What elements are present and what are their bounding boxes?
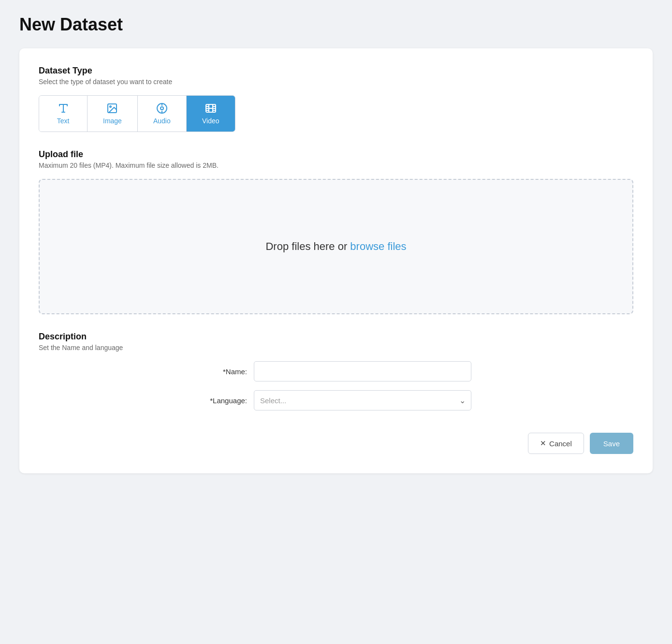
browse-files-link[interactable]: browse files [350,240,406,252]
type-selector: Text Image Audio [39,95,235,132]
type-btn-audio-label: Audio [153,117,171,125]
name-label: *Name: [201,367,254,376]
type-btn-video-label: Video [202,117,219,125]
upload-title: Upload file [39,149,633,160]
save-button[interactable]: Save [590,433,633,454]
cancel-x-icon: ✕ [540,439,546,448]
language-row: *Language: Select... ⌄ [201,390,471,410]
type-btn-image-label: Image [103,117,122,125]
name-input[interactable] [254,361,471,381]
svg-point-3 [110,106,111,107]
type-btn-text-label: Text [57,117,70,125]
upload-subtitle: Maximum 20 files (MP4). Maximum file siz… [39,161,633,169]
language-select-wrapper: Select... ⌄ [254,390,471,410]
footer-actions: ✕ Cancel Save [39,428,633,454]
type-btn-image[interactable]: Image [88,96,138,132]
cancel-label: Cancel [549,439,572,448]
text-icon [58,102,69,114]
upload-section: Upload file Maximum 20 files (MP4). Maxi… [39,149,633,314]
main-card: Dataset Type Select the type of dataset … [19,48,653,473]
cancel-button[interactable]: ✕ Cancel [528,433,584,454]
dropzone[interactable]: Drop files here or browse files [39,179,633,314]
svg-point-5 [161,107,163,110]
video-icon [205,102,217,114]
type-btn-audio[interactable]: Audio [138,96,187,132]
page-title: New Dataset [19,15,653,35]
description-subtitle: Set the Name and language [39,344,633,351]
language-select[interactable]: Select... [254,390,471,410]
type-btn-video[interactable]: Video [187,96,235,132]
type-btn-text[interactable]: Text [39,96,88,132]
description-title: Description [39,332,633,342]
image-icon [106,102,118,114]
audio-icon [156,102,168,114]
dropzone-text: Drop files here or browse files [265,240,406,253]
dataset-type-section: Dataset Type Select the type of dataset … [39,66,633,132]
description-section: Description Set the Name and language *N… [39,332,633,410]
language-label: *Language: [201,396,254,405]
dataset-type-title: Dataset Type [39,66,633,76]
dataset-type-subtitle: Select the type of dataset you want to c… [39,78,633,86]
name-row: *Name: [201,361,471,381]
